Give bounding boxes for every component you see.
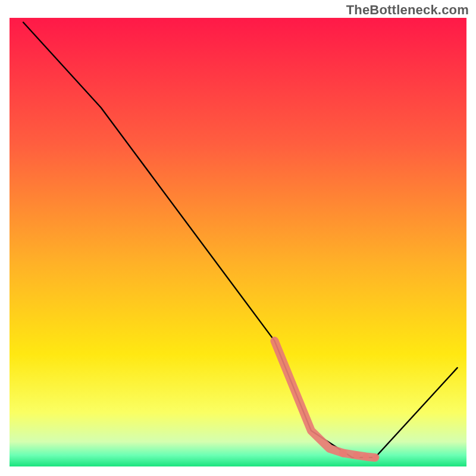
gradient-background xyxy=(10,18,466,466)
svg-point-4 xyxy=(372,455,378,460)
svg-point-2 xyxy=(353,452,360,459)
chart-container: TheBottleneck.com xyxy=(0,0,476,476)
svg-point-3 xyxy=(363,453,369,460)
svg-point-1 xyxy=(339,449,347,457)
watermark-label: TheBottleneck.com xyxy=(346,2,469,18)
bottleneck-chart xyxy=(0,0,476,476)
